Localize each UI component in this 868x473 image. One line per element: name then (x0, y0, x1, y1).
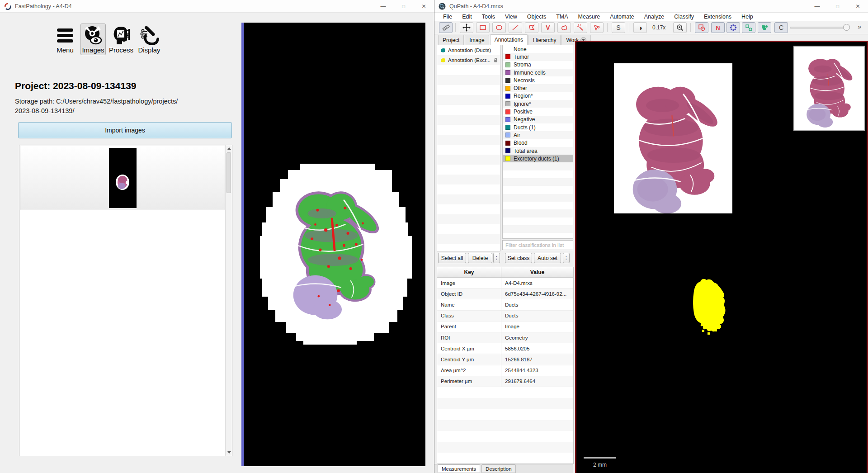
qupath-titlebar[interactable]: QuPath - A4-D4.mrxs — □ ✕ (434, 0, 868, 13)
class-row-ducts[interactable]: Ducts (1) (503, 123, 573, 131)
fp-image-list[interactable] (19, 145, 232, 456)
line-tool-button[interactable] (509, 22, 522, 33)
polyline-tool-button[interactable]: V (541, 22, 555, 33)
selection-mode-button[interactable]: S (612, 22, 625, 33)
tab-hierarchy[interactable]: Hierarchy (528, 35, 561, 45)
points-tool-button[interactable] (590, 22, 604, 33)
menu-view[interactable]: View (500, 14, 522, 20)
fp-scroll-down-arrow[interactable] (226, 449, 232, 456)
table-row[interactable]: ROIGeometry (437, 332, 573, 343)
annotations-more-button[interactable]: ⋮ (493, 253, 500, 263)
tab-project[interactable]: Project (438, 35, 464, 45)
menu-automate[interactable]: Automate (605, 14, 639, 20)
table-row[interactable]: Centroid Y µm15266.8187 (437, 354, 573, 365)
tab-measurements[interactable]: Measurements (438, 464, 480, 473)
tab-image[interactable]: Image (465, 35, 489, 45)
class-list[interactable]: None Tumor Stroma Immune cells Necrosis … (502, 45, 573, 239)
class-row-total-area[interactable]: Total area (503, 147, 573, 155)
qp-viewer[interactable]: 2 mm (575, 41, 868, 473)
class-row-immune-cells[interactable]: Immune cells (503, 69, 573, 76)
table-row[interactable]: ClassDucts (437, 311, 573, 322)
fp-slide-thumbnail[interactable] (109, 148, 137, 208)
menu-objects[interactable]: Objects (522, 14, 551, 20)
table-row[interactable]: Centroid X µm5856.0205 (437, 343, 573, 354)
class-row-region[interactable]: Region* (503, 92, 573, 100)
show-annotations-toggle[interactable] (695, 22, 708, 33)
class-row-stroma[interactable]: Stroma (503, 61, 573, 69)
rectangle-tool-button[interactable] (476, 22, 490, 33)
menu-help[interactable]: Help (736, 14, 758, 20)
qp-maximize-button[interactable]: □ (827, 0, 848, 12)
overview-thumbnail[interactable] (793, 46, 865, 131)
fp-scroll-up-arrow[interactable] (226, 145, 232, 152)
class-row-tumor[interactable]: Tumor (503, 53, 573, 61)
magnification-value[interactable]: 0.17x (652, 24, 665, 31)
excretory-ducts-annotation[interactable] (688, 275, 729, 336)
fp-minimize-button[interactable]: — (373, 0, 393, 12)
class-row-none[interactable]: None (503, 45, 573, 53)
table-row[interactable]: ParentImage (437, 322, 573, 332)
set-class-button[interactable]: Set class (505, 253, 532, 263)
tab-annotations[interactable]: Annotations (490, 34, 528, 45)
qp-minimize-button[interactable]: — (807, 0, 827, 12)
import-images-button[interactable]: Import images (18, 122, 232, 138)
pan-tool-button[interactable] (460, 22, 473, 33)
ellipse-tool-button[interactable] (492, 22, 506, 33)
class-row-ignore[interactable]: Ignore* (503, 100, 573, 108)
menu-extensions[interactable]: Extensions (699, 14, 736, 20)
qp-close-button[interactable]: ✕ (848, 0, 868, 12)
class-row-necrosis[interactable]: Necrosis (503, 76, 573, 84)
table-row[interactable]: NameDucts (437, 299, 573, 310)
class-row-negative[interactable]: Negative (503, 116, 573, 123)
menu-analyze[interactable]: Analyze (639, 14, 669, 20)
toolbar-overflow-button[interactable]: » (858, 23, 861, 30)
fp-viewer[interactable] (241, 23, 425, 466)
opacity-slider-thumb[interactable] (843, 24, 850, 31)
show-classification-toggle[interactable]: C (774, 22, 788, 33)
wand-tool-button[interactable] (574, 22, 587, 33)
opacity-slider-track[interactable] (790, 27, 849, 28)
filter-classifications-input[interactable]: Filter classifications in list (502, 240, 573, 250)
show-detections-toggle[interactable] (758, 22, 771, 33)
annotation-object-list[interactable]: Annotation (Ducts) Annotation (Excr... (437, 45, 500, 251)
show-hierarchy-toggle[interactable] (742, 22, 755, 33)
fastpathology-titlebar[interactable]: FastPathology - A4-D4 — □ ✕ (0, 0, 434, 13)
show-tma-grid-toggle[interactable] (726, 22, 740, 33)
polygon-tool-button[interactable] (525, 22, 538, 33)
menu-edit[interactable]: Edit (457, 14, 477, 20)
class-row-positive[interactable]: Positive (503, 108, 573, 115)
brush-tool-button[interactable] (557, 22, 571, 33)
menu-tools[interactable]: Tools (477, 14, 500, 20)
select-all-button[interactable]: Select all (438, 253, 466, 263)
annotation-item-excretory[interactable]: Annotation (Excr... (437, 55, 500, 65)
table-row[interactable]: Object ID6d75e434-4267-4916-92... (437, 289, 573, 299)
fp-menu-button[interactable]: Menu (52, 24, 78, 55)
fp-images-button[interactable]: Images (80, 24, 106, 55)
fp-maximize-button[interactable]: □ (393, 0, 414, 12)
brightness-contrast-button[interactable]: ◑ (633, 22, 647, 33)
class-row-blood[interactable]: Blood (503, 139, 573, 147)
classes-more-button[interactable]: ⋮ (563, 253, 570, 263)
class-row-excretory-ducts[interactable]: Excretory ducts (1) (503, 155, 573, 162)
class-row-other[interactable]: Other (503, 84, 573, 92)
menu-classify[interactable]: Classify (669, 14, 699, 20)
menu-file[interactable]: File (438, 14, 457, 20)
auto-set-button[interactable]: Auto set (534, 253, 561, 263)
fp-scroll-thumb[interactable] (226, 152, 231, 193)
class-row-air[interactable]: Air (503, 131, 573, 139)
fp-process-button[interactable]: Process (108, 24, 134, 55)
table-row[interactable]: ImageA4-D4.mrxs (437, 278, 573, 289)
annotation-item-ducts[interactable]: Annotation (Ducts) (437, 45, 500, 55)
zoom-to-fit-button[interactable] (673, 22, 687, 33)
move-tool-button[interactable] (439, 22, 453, 33)
menu-tma[interactable]: TMA (551, 14, 573, 20)
fp-close-button[interactable]: ✕ (414, 0, 434, 12)
table-row[interactable]: Area µm^22544844.4323 (437, 365, 573, 376)
tab-description[interactable]: Description (481, 464, 516, 473)
delete-button[interactable]: Delete (468, 253, 492, 263)
table-row[interactable]: Perimeter µm291679.6464 (437, 376, 573, 387)
fp-display-button[interactable]: Display (137, 24, 162, 55)
menu-measure[interactable]: Measure (573, 14, 605, 20)
fp-list-scrollbar[interactable] (225, 145, 232, 456)
show-names-toggle[interactable]: N (711, 22, 725, 33)
